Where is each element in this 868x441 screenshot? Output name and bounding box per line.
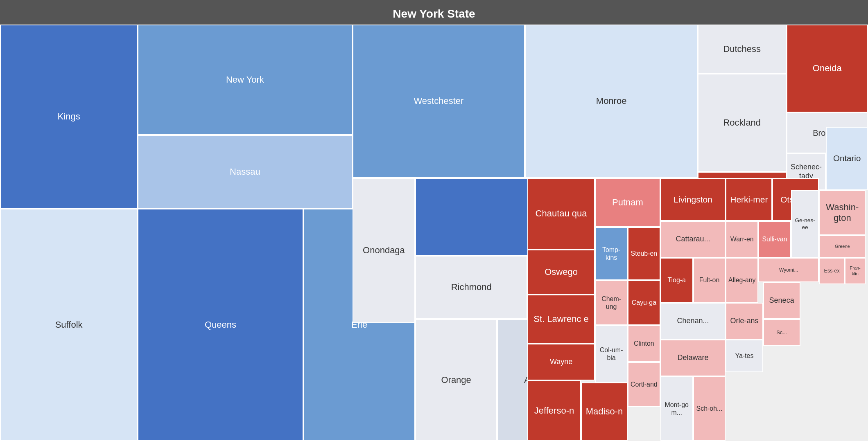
tile-cortland[interactable]: Cortl-and [628,362,660,407]
tile-jefferson[interactable]: Jefferso-n [527,380,581,441]
tile-warren[interactable]: Warr-en [726,221,758,258]
tile-st-lawrence[interactable]: St. Lawrenc e [527,295,595,344]
tile-wyoming[interactable]: Wyomi... [758,258,819,282]
tile-queens[interactable]: Queens [138,209,303,441]
tile-label-chenango: Chenan... [677,317,709,326]
tile-label-new-york: New York [226,74,264,85]
tile-label-clinton: Clinton [634,340,654,347]
tile-label-essex: Ess-ex [824,268,840,274]
tile-label-schoharie: Sch-oh... [696,405,723,412]
tile-yates[interactable]: Ya-tes [726,340,763,372]
tile-label-livingston: Livingston [674,194,712,205]
tile-label-allegany: Alleg-any [728,276,755,284]
tile-herkimer[interactable]: Herki-mer [726,178,772,221]
tile-oneida[interactable]: Oneida [787,25,868,112]
tile-allegany[interactable]: Alleg-any [726,258,758,303]
tile-label-oswego: Oswego [545,267,578,277]
tile-label-madison: Madiso-n [586,406,623,417]
tile-label-wayne: Wayne [550,358,572,367]
tile-monroe[interactable]: Monroe [525,25,698,178]
chart-container: New York State KingsNew YorkNassauWestch… [0,0,868,441]
tile-label-dutchess: Dutchess [723,44,761,54]
tile-label-wyoming: Wyomi... [779,267,798,273]
tile-label-tompkins: Tomp-kins [597,246,625,261]
tile-steuben[interactable]: Steub-en [628,227,660,280]
tile-genesee[interactable]: Ge-nes-ee [791,190,819,258]
tile-columbia[interactable]: Col-um-bia [595,325,628,382]
tile-schenectady2[interactable]: Sc... [763,319,800,346]
tile-label-westchester: Westchester [414,96,463,106]
tile-washington[interactable]: Washin-gton [819,190,866,235]
tile-dutchess[interactable]: Dutchess [698,25,787,74]
tile-chautauqua[interactable]: Chautau qua [527,178,595,250]
tile-orange[interactable]: Orange [415,319,497,441]
tile-label-greene: Greene [835,244,850,249]
tile-greene[interactable]: Greene [819,235,866,258]
tile-schoharie[interactable]: Sch-oh... [693,376,726,441]
tile-livingston[interactable]: Livingston [660,178,726,221]
tile-putnam[interactable]: Putnam [595,178,660,227]
tile-clinton[interactable]: Clinton [628,325,660,362]
tile-seneca[interactable]: Seneca [763,282,800,319]
tile-label-orleans: Orle-ans [730,317,758,326]
tile-chenango[interactable]: Chenan... [660,303,726,340]
tile-label-seneca: Seneca [769,296,794,305]
tile-label-st-lawrence: St. Lawrenc e [533,314,589,324]
tile-label-tioga: Tiog-a [667,276,686,284]
tile-label-herkimer: Herki-mer [730,194,768,205]
tile-cayuga[interactable]: Cayu-ga [628,280,660,325]
tile-kings[interactable]: Kings [0,25,138,209]
tile-ontario[interactable]: Ontario [826,127,868,190]
tile-orleans[interactable]: Orle-ans [726,303,763,340]
tile-label-cortland: Cortl-and [631,380,658,388]
tile-label-chautauqua: Chautau qua [536,208,587,219]
tile-new-york[interactable]: New York [138,25,352,135]
tile-label-steuben: Steub-en [631,250,658,257]
tile-label-genesee: Ge-nes-ee [793,217,816,231]
tile-franklin[interactable]: Fran-klin [845,258,866,284]
tile-label-richmond: Richmond [451,282,492,292]
tile-chemung[interactable]: Chem-ung [595,280,628,325]
tile-delaware[interactable]: Delaware [660,340,726,376]
tile-oswego[interactable]: Oswego [527,250,595,295]
tile-richmond[interactable]: Richmond [415,256,527,319]
tile-label-columbia: Col-um-bia [597,346,625,362]
tile-label-monroe: Monroe [596,96,627,106]
tile-label-nassau: Nassau [230,166,260,177]
tile-sullivan[interactable]: Sulli-van [758,221,791,258]
tile-label-fulton: Fult-on [699,276,720,284]
tile-label-schenectady2: Sc... [776,329,787,336]
tile-label-putnam: Putnam [612,197,643,208]
tile-rockland[interactable]: Rockland [698,74,787,172]
tile-wayne[interactable]: Wayne [527,344,595,380]
tile-label-onondaga: Onondaga [363,245,405,256]
tile-label-orange: Orange [441,375,471,385]
tile-label-chemung: Chem-ung [597,295,625,310]
tile-onondaga[interactable]: Onondaga [353,178,416,323]
tile-label-jefferson: Jefferso-n [534,405,574,416]
tile-label-queens: Queens [205,320,236,330]
tile-westchester[interactable]: Westchester [353,25,525,178]
tile-madison[interactable]: Madiso-n [581,382,628,441]
tile-label-suffolk: Suffolk [55,320,83,330]
tile-tompkins[interactable]: Tomp-kins [595,227,628,280]
tile-cattaraugus[interactable]: Cattarau... [660,221,726,258]
tile-label-washington: Washin-gton [821,202,863,224]
tile-label-cayuga: Cayu-ga [632,299,656,306]
tile-nassau[interactable]: Nassau [138,135,352,209]
tile-label-warren: Warr-en [730,235,754,243]
tile-essex[interactable]: Ess-ex [819,258,845,284]
tile-montgomery[interactable]: Mont-go m... [660,376,693,441]
tile-label-franklin: Fran-klin [847,266,863,276]
tile-label-kings: Kings [58,111,80,122]
tile-tioga[interactable]: Tiog-a [660,258,693,303]
treemap: KingsNew YorkNassauWestchesterMonroeDutc… [0,25,868,441]
tile-suffolk[interactable]: Suffolk [0,209,138,441]
tile-fulton[interactable]: Fult-on [693,258,726,303]
tile-label-oneida: Oneida [813,63,842,74]
tile-label-montgomery: Mont-go m... [663,401,691,416]
tile-label-ontario: Ontario [833,153,861,164]
tile-label-sullivan: Sulli-van [762,235,787,243]
chart-title: New York State [0,0,868,25]
tile-label-delaware: Delaware [678,353,709,362]
